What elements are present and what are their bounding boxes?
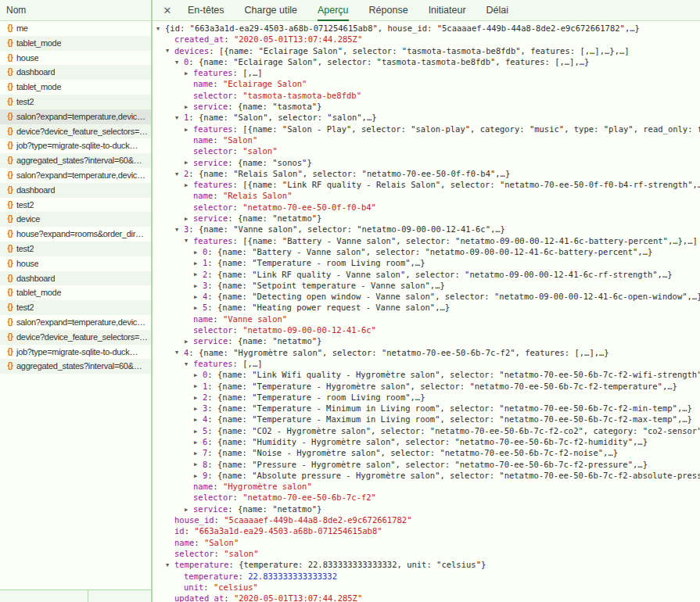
tree-row[interactable]: ▶3: {name: "Temperature - Minimum in Liv… bbox=[153, 403, 700, 414]
column-header-name[interactable]: Nom bbox=[0, 0, 151, 21]
tree-row[interactable]: selector: "tasmota-tasmota-be8fdb" bbox=[153, 90, 700, 101]
tree-row[interactable]: created_at: "2020-05-01T13:07:44.285Z" bbox=[153, 34, 700, 45]
disclosure-arrow-collapsed-icon[interactable]: ▶ bbox=[194, 471, 203, 481]
disclosure-arrow-collapsed-icon[interactable]: ▶ bbox=[194, 292, 203, 302]
tree-row[interactable]: unit: "celsius" bbox=[153, 582, 700, 593]
request-row[interactable]: {}job?type=migrate-sqlite-to-duck… bbox=[0, 138, 151, 153]
tree-row[interactable]: ▼0: {name: "Eclairage Salon", selector: … bbox=[153, 56, 700, 67]
tree-row[interactable]: house_id: "5caaaaef-449b-44a8-8de2-e9c67… bbox=[153, 514, 700, 525]
tree-row[interactable]: ▶0: {name: "Link Wifi quality - Hygromèt… bbox=[153, 369, 700, 380]
tree-row[interactable]: ▶features: [{name: "Link RF quality - Re… bbox=[153, 179, 700, 190]
tab-headers[interactable]: En-têtes bbox=[188, 0, 224, 21]
tree-row[interactable]: ▼{id: "663a3a1d-ea29-4503-a68b-071254615… bbox=[153, 23, 700, 34]
request-row[interactable]: {}me bbox=[0, 21, 151, 36]
disclosure-arrow-collapsed-icon[interactable]: ▶ bbox=[185, 336, 193, 346]
request-row[interactable]: {}house?expand=rooms&order_dir… bbox=[0, 227, 151, 242]
tree-row[interactable]: ▶features: [,…] bbox=[153, 67, 700, 78]
tree-row[interactable]: selector: "netatmo-70-ee-50-6b-7c-f2" bbox=[153, 492, 700, 503]
request-row[interactable]: {}tablet_mode bbox=[0, 285, 151, 300]
disclosure-arrow-expanded-icon[interactable]: ▼ bbox=[175, 113, 184, 123]
disclosure-arrow-collapsed-icon[interactable]: ▶ bbox=[194, 247, 203, 257]
disclosure-arrow-expanded-icon[interactable]: ▼ bbox=[156, 23, 165, 34]
disclosure-arrow-collapsed-icon[interactable]: ▶ bbox=[194, 258, 203, 268]
request-row[interactable]: {}tablet_mode bbox=[0, 80, 151, 95]
tree-row[interactable]: ▶7: {name: "Noise - Hygromètre salon", s… bbox=[153, 447, 700, 458]
tab-preview[interactable]: Aperçu bbox=[318, 0, 349, 21]
request-row[interactable]: {}device?device_feature_selectors=… bbox=[0, 330, 151, 345]
tree-row[interactable]: ▶8: {name: "Pressure - Hygromètre salon"… bbox=[153, 459, 700, 470]
tree-row[interactable]: name: "Salon" bbox=[153, 537, 700, 548]
tree-row[interactable]: ▶service: {name: "netatmo"} bbox=[153, 213, 700, 224]
tree-row[interactable]: ▶5: {name: "CO2 - Hygromètre salon", sel… bbox=[153, 425, 700, 436]
disclosure-arrow-collapsed-icon[interactable]: ▶ bbox=[185, 102, 193, 112]
request-row[interactable]: {}salon?expand=temperature,devic… bbox=[0, 315, 151, 330]
tree-row[interactable]: ▶features: [{name: "Salon - Play", selec… bbox=[153, 124, 700, 134]
tree-row[interactable]: ▶service: {name: "sonos"} bbox=[153, 157, 700, 168]
tree-row[interactable]: ▶4: {name: "Temperature - Maximum in Liv… bbox=[153, 414, 700, 425]
tree-row[interactable]: ▼4: {name: "Hygromètre salon", selector:… bbox=[153, 347, 700, 358]
disclosure-arrow-expanded-icon[interactable]: ▼ bbox=[166, 45, 174, 56]
disclosure-arrow-expanded-icon[interactable]: ▼ bbox=[175, 347, 184, 357]
disclosure-arrow-collapsed-icon[interactable]: ▶ bbox=[185, 68, 193, 78]
tree-row[interactable]: ▶9: {name: "Absolute pressure - Hygromèt… bbox=[153, 470, 700, 481]
tree-row[interactable]: ▶6: {name: "Humidity - Hygromètre salon"… bbox=[153, 436, 700, 447]
disclosure-arrow-collapsed-icon[interactable]: ▶ bbox=[194, 392, 203, 403]
disclosure-arrow-collapsed-icon[interactable]: ▶ bbox=[194, 281, 203, 291]
tree-row[interactable]: name: "Eclairage Salon" bbox=[153, 78, 700, 89]
disclosure-arrow-collapsed-icon[interactable]: ▶ bbox=[185, 180, 193, 190]
tree-row[interactable]: ▼1: {name: "Salon", selector: "salon",…} bbox=[153, 112, 700, 123]
tree-row[interactable]: ▼features: [{name: "Battery - Vanne salo… bbox=[153, 235, 700, 246]
disclosure-arrow-collapsed-icon[interactable]: ▶ bbox=[194, 303, 203, 313]
tab-timing[interactable]: Délai bbox=[486, 0, 509, 21]
tree-row[interactable]: ▶4: {name: "Detecting open window - Vann… bbox=[153, 291, 700, 302]
request-row[interactable]: {}device?device_feature_selectors=… bbox=[0, 124, 151, 139]
disclosure-arrow-collapsed-icon[interactable]: ▶ bbox=[185, 213, 193, 224]
tree-row[interactable]: temperature: 22.833333333333332 bbox=[153, 571, 700, 582]
request-row[interactable]: {}tablet_mode bbox=[0, 36, 151, 51]
disclosure-arrow-collapsed-icon[interactable]: ▶ bbox=[194, 437, 203, 447]
tree-row[interactable]: ▶1: {name: "Temperature - room Living ro… bbox=[153, 257, 700, 268]
tree-row[interactable]: ▶3: {name: "Setpoint temperature - Vanne… bbox=[153, 280, 700, 291]
tree-row[interactable]: ▼3: {name: "Vanne salon", selector: "net… bbox=[153, 224, 700, 235]
tree-row[interactable]: name: "Hygromètre salon" bbox=[153, 481, 700, 492]
close-icon[interactable]: ✕ bbox=[157, 5, 178, 16]
disclosure-arrow-expanded-icon[interactable]: ▼ bbox=[166, 560, 174, 570]
tree-row[interactable]: id: "663a3a1d-ea29-4503-a68b-071254615ab… bbox=[153, 525, 700, 536]
disclosure-arrow-expanded-icon[interactable]: ▼ bbox=[185, 235, 193, 245]
request-row[interactable]: {}salon?expand=temperature,devic… bbox=[0, 109, 151, 124]
tree-row[interactable]: selector: "netatmo-70-ee-50-0f-f0-b4" bbox=[153, 202, 700, 213]
request-row[interactable]: {}aggregated_states?interval=60&… bbox=[0, 359, 151, 374]
disclosure-arrow-collapsed-icon[interactable]: ▶ bbox=[194, 426, 203, 436]
request-row[interactable]: {}aggregated_states?interval=60&… bbox=[0, 153, 151, 168]
tree-row[interactable]: ▶service: {name: "tasmota"} bbox=[153, 101, 700, 112]
request-row[interactable]: {}house bbox=[0, 51, 151, 66]
tree-row[interactable]: ▶0: {name: "Battery - Vanne salon", sele… bbox=[153, 246, 700, 257]
request-row[interactable]: {}test2 bbox=[0, 242, 151, 256]
request-row[interactable]: {}test2 bbox=[0, 198, 151, 213]
disclosure-arrow-collapsed-icon[interactable]: ▶ bbox=[194, 414, 203, 425]
tree-row[interactable]: ▼2: {name: "Relais Salon", selector: "ne… bbox=[153, 168, 700, 179]
tree-row[interactable]: name: "Relais Salon" bbox=[153, 190, 700, 201]
tree-row[interactable]: ▶5: {name: "Heating power request - Vann… bbox=[153, 302, 700, 313]
disclosure-arrow-collapsed-icon[interactable]: ▶ bbox=[194, 403, 203, 414]
tree-row[interactable]: ▼features: [,…] bbox=[153, 358, 700, 369]
tab-response[interactable]: Réponse bbox=[369, 0, 408, 21]
tree-row[interactable]: ▶service: {name: "netatmo"} bbox=[153, 503, 700, 514]
request-row[interactable]: {}test2 bbox=[0, 95, 151, 109]
disclosure-arrow-collapsed-icon[interactable]: ▶ bbox=[194, 448, 203, 458]
request-row[interactable]: {}job?type=migrate-sqlite-to-duck… bbox=[0, 345, 151, 360]
tree-row[interactable]: name: "Vanne salon" bbox=[153, 314, 700, 324]
tab-payload[interactable]: Charge utile bbox=[245, 0, 297, 21]
tree-row[interactable]: ▼temperature: {temperature: 22.833333333… bbox=[153, 559, 700, 570]
tree-row[interactable]: ▶service: {name: "netatmo"} bbox=[153, 335, 700, 346]
disclosure-arrow-collapsed-icon[interactable]: ▶ bbox=[194, 459, 203, 469]
tree-row[interactable]: ▶2: {name: "Link RF quality - Vanne salo… bbox=[153, 269, 700, 280]
disclosure-arrow-collapsed-icon[interactable]: ▶ bbox=[185, 157, 193, 167]
disclosure-arrow-expanded-icon[interactable]: ▼ bbox=[185, 359, 193, 369]
tree-row[interactable]: selector: "salon" bbox=[153, 548, 700, 559]
tab-initiator[interactable]: Initiateur bbox=[429, 0, 466, 21]
disclosure-arrow-collapsed-icon[interactable]: ▶ bbox=[194, 269, 203, 279]
disclosure-arrow-expanded-icon[interactable]: ▼ bbox=[175, 224, 184, 235]
request-row[interactable]: {}device bbox=[0, 212, 151, 227]
tree-row[interactable]: ▼devices: [{name: "Eclairage Salon", sel… bbox=[153, 45, 700, 56]
